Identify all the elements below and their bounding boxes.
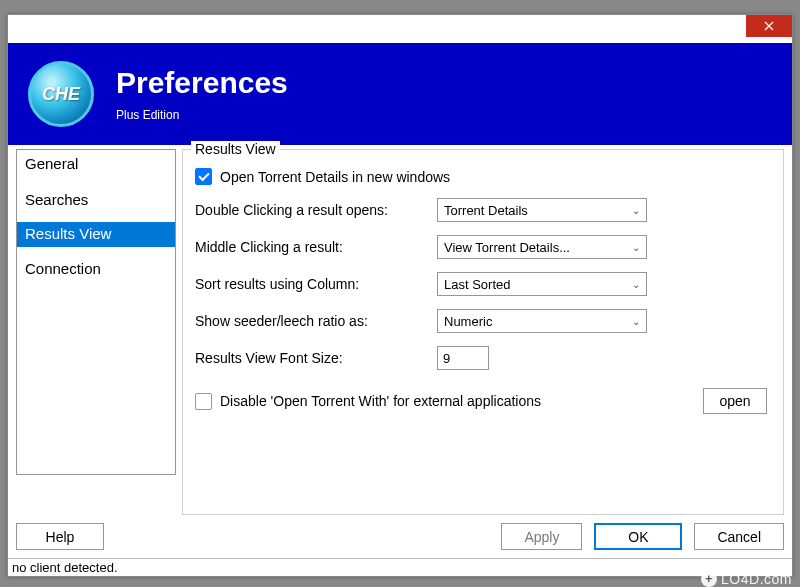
preferences-window: CHE Preferences Plus Edition General Sea…	[7, 14, 793, 577]
close-button[interactable]	[746, 15, 792, 37]
help-button[interactable]: Help	[16, 523, 104, 550]
titlebar	[8, 15, 792, 43]
ratio-select[interactable]: Numeric ⌄	[437, 309, 647, 333]
sort-column-label: Sort results using Column:	[195, 276, 437, 292]
app-logo: CHE	[28, 61, 94, 127]
header: CHE Preferences Plus Edition	[8, 43, 792, 145]
button-bar: Help Apply OK Cancel	[8, 519, 792, 558]
chevron-down-icon: ⌄	[632, 205, 640, 216]
chevron-down-icon: ⌄	[632, 242, 640, 253]
body: General Searches Results View Connection…	[8, 145, 792, 519]
sidebar-item-connection[interactable]: Connection	[17, 255, 175, 291]
open-new-windows-row: Open Torrent Details in new windows	[195, 168, 767, 185]
ratio-value: Numeric	[444, 314, 492, 329]
watermark: + LO4D.com	[701, 571, 792, 587]
header-text: Preferences Plus Edition	[116, 66, 288, 122]
middle-click-select[interactable]: View Torrent Details... ⌄	[437, 235, 647, 259]
open-new-windows-checkbox[interactable]	[195, 168, 212, 185]
disable-open-with-row: Disable 'Open Torrent With' for external…	[195, 388, 767, 414]
chevron-down-icon: ⌄	[632, 316, 640, 327]
double-click-row: Double Clicking a result opens: Torrent …	[195, 198, 767, 222]
page-subtitle: Plus Edition	[116, 108, 288, 122]
chevron-down-icon: ⌄	[632, 279, 640, 290]
sidebar: General Searches Results View Connection	[16, 149, 176, 475]
middle-click-label: Middle Clicking a result:	[195, 239, 437, 255]
sort-column-value: Last Sorted	[444, 277, 511, 292]
status-bar: no client detected.	[8, 558, 792, 576]
middle-click-value: View Torrent Details...	[444, 240, 570, 255]
watermark-plus-icon: +	[701, 571, 717, 587]
double-click-select[interactable]: Torrent Details ⌄	[437, 198, 647, 222]
sidebar-item-results-view[interactable]: Results View	[17, 222, 175, 247]
apply-button[interactable]: Apply	[501, 523, 582, 550]
cancel-button[interactable]: Cancel	[694, 523, 784, 550]
content-panel: Results View Open Torrent Details in new…	[182, 149, 784, 515]
watermark-text: LO4D.com	[721, 571, 792, 587]
close-icon	[764, 21, 774, 31]
middle-click-row: Middle Clicking a result: View Torrent D…	[195, 235, 767, 259]
page-title: Preferences	[116, 66, 288, 100]
disable-open-with-label: Disable 'Open Torrent With' for external…	[220, 393, 541, 409]
groupbox-title: Results View	[191, 141, 280, 157]
font-size-input[interactable]: 9	[437, 346, 489, 370]
double-click-value: Torrent Details	[444, 203, 528, 218]
disable-open-with-checkbox[interactable]	[195, 393, 212, 410]
sort-column-row: Sort results using Column: Last Sorted ⌄	[195, 272, 767, 296]
double-click-label: Double Clicking a result opens:	[195, 202, 437, 218]
sort-column-select[interactable]: Last Sorted ⌄	[437, 272, 647, 296]
sidebar-item-general[interactable]: General	[17, 150, 175, 186]
ratio-row: Show seeder/leech ratio as: Numeric ⌄	[195, 309, 767, 333]
ratio-label: Show seeder/leech ratio as:	[195, 313, 437, 329]
font-size-row: Results View Font Size: 9	[195, 346, 767, 370]
open-button[interactable]: open	[703, 388, 767, 414]
sidebar-item-searches[interactable]: Searches	[17, 186, 175, 222]
ok-button[interactable]: OK	[594, 523, 682, 550]
open-new-windows-label: Open Torrent Details in new windows	[220, 169, 450, 185]
font-size-label: Results View Font Size:	[195, 350, 437, 366]
